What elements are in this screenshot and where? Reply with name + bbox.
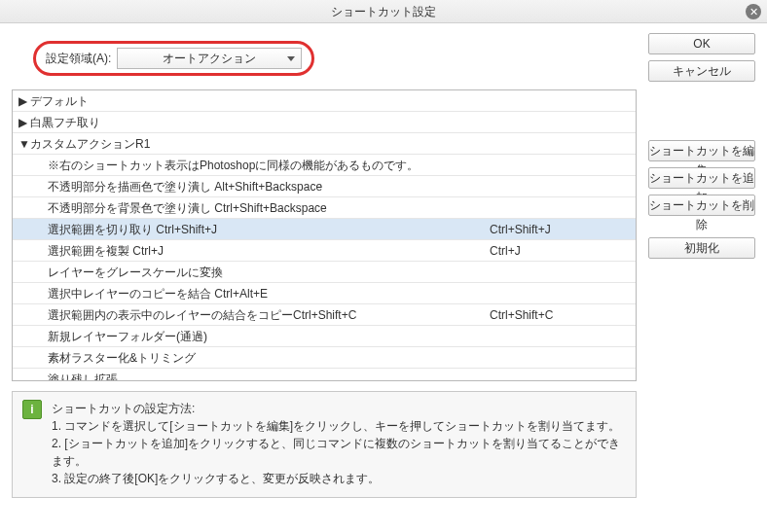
tree-item-label: 選択範囲を複製 Ctrl+J: [48, 240, 490, 261]
shortcut-tree[interactable]: ▶デフォルト▶白黒フチ取り▼カスタムアクションR1※右のショートカット表示はPh…: [12, 89, 637, 381]
tree-item-label: カスタムアクションR1: [30, 133, 490, 154]
info-line: 1. コマンドを選択して[ショートカットを編集]をクリックし、キーを押してショー…: [52, 417, 626, 435]
tree-item[interactable]: 素材ラスター化&トリミング: [13, 347, 636, 369]
spacer: [36, 262, 46, 282]
initialize-button[interactable]: 初期化: [648, 237, 755, 259]
tree-item-shortcut: [490, 90, 636, 111]
tree-item[interactable]: 塗り残し拡張: [13, 369, 636, 381]
close-icon[interactable]: ✕: [746, 4, 761, 19]
tree-item-shortcut: Ctrl+J: [490, 240, 636, 261]
tree-item-shortcut: [490, 155, 636, 175]
tree-item-shortcut: [490, 326, 636, 346]
tree-item-shortcut: Ctrl+Shift+C: [490, 304, 636, 325]
spacer: [36, 219, 46, 239]
tree-item-label: 塗り残し拡張: [48, 369, 490, 381]
info-text: ショートカットの設定方法: 1. コマンドを選択して[ショートカットを編集]をク…: [52, 400, 626, 489]
tree-item[interactable]: ※右のショートカット表示はPhotoshopに同様の機能があるものです。: [13, 155, 636, 176]
triangle-right-icon: ▶: [18, 90, 28, 111]
tree-group[interactable]: ▶デフォルト: [13, 90, 636, 112]
tree-item-label: 不透明部分を描画色で塗り潰し Alt+Shift+Backspace: [48, 176, 490, 196]
add-shortcut-button[interactable]: ショートカットを追加: [648, 167, 755, 189]
info-title: ショートカットの設定方法:: [52, 400, 626, 417]
tree-item-shortcut: [490, 347, 636, 368]
chevron-down-icon: [287, 56, 295, 61]
tree-item-shortcut: [490, 197, 636, 218]
spacer: [36, 155, 46, 175]
tree-item-label: 白黒フチ取り: [30, 112, 490, 132]
titlebar: ショートカット設定 ✕: [0, 0, 767, 23]
tree-item-shortcut: [490, 369, 636, 381]
tree-item-label: 素材ラスター化&トリミング: [48, 347, 490, 368]
tree-item-label: 不透明部分を背景色で塗り潰し Ctrl+Shift+Backspace: [48, 197, 490, 218]
tree-group[interactable]: ▶白黒フチ取り: [13, 112, 636, 133]
tree-item[interactable]: レイヤーをグレースケールに変換: [13, 262, 636, 283]
tree-item-shortcut: [490, 176, 636, 196]
edit-shortcut-button[interactable]: ショートカットを編集: [648, 140, 755, 161]
area-dropdown-value: オートアクション: [163, 51, 256, 67]
cancel-button[interactable]: キャンセル: [648, 60, 755, 82]
info-line: 3. 設定の終了後[OK]をクリックすると、変更が反映されます。: [52, 470, 626, 487]
tree-item-label: レイヤーをグレースケールに変換: [48, 262, 490, 282]
area-dropdown[interactable]: オートアクション: [117, 48, 302, 69]
area-selector-highlight: 設定領域(A): オートアクション: [33, 41, 314, 76]
spacer: [36, 176, 46, 196]
spacer: [36, 283, 46, 303]
triangle-down-icon: ▼: [18, 133, 28, 154]
spacer: [36, 369, 46, 381]
tree-item-label: 新規レイヤーフォルダー(通過): [48, 326, 490, 346]
tree-item[interactable]: 選択範囲を切り取り Ctrl+Shift+JCtrl+Shift+J: [13, 219, 636, 240]
ok-button[interactable]: OK: [648, 33, 755, 54]
tree-item[interactable]: 選択範囲内の表示中のレイヤーの結合をコピーCtrl+Shift+CCtrl+Sh…: [13, 304, 636, 326]
area-label: 設定領域(A):: [46, 51, 111, 67]
tree-item-shortcut: [490, 133, 636, 154]
tree-item-shortcut: [490, 112, 636, 132]
spacer: [36, 197, 46, 218]
delete-shortcut-button[interactable]: ショートカットを削除: [648, 195, 755, 216]
tree-item[interactable]: 不透明部分を背景色で塗り潰し Ctrl+Shift+Backspace: [13, 197, 636, 219]
spacer: [36, 304, 46, 325]
info-icon: i: [22, 400, 42, 419]
tree-item-label: デフォルト: [30, 90, 490, 111]
tree-item[interactable]: 選択中レイヤーのコピーを結合 Ctrl+Alt+E: [13, 283, 636, 304]
tree-item-label: ※右のショートカット表示はPhotoshopに同様の機能があるものです。: [48, 155, 490, 175]
tree-item[interactable]: 不透明部分を描画色で塗り潰し Alt+Shift+Backspace: [13, 176, 636, 197]
tree-item[interactable]: 選択範囲を複製 Ctrl+JCtrl+J: [13, 240, 636, 262]
triangle-right-icon: ▶: [18, 112, 28, 132]
spacer: [36, 240, 46, 261]
tree-item-label: 選択範囲を切り取り Ctrl+Shift+J: [48, 219, 490, 239]
tree-group[interactable]: ▼カスタムアクションR1: [13, 133, 636, 155]
info-panel: i ショートカットの設定方法: 1. コマンドを選択して[ショートカットを編集]…: [12, 391, 637, 498]
tree-item-shortcut: Ctrl+Shift+J: [490, 219, 636, 239]
spacer: [36, 347, 46, 368]
window-title: ショートカット設定: [331, 5, 436, 18]
tree-item-label: 選択範囲内の表示中のレイヤーの結合をコピーCtrl+Shift+C: [48, 304, 490, 325]
tree-item[interactable]: 新規レイヤーフォルダー(通過): [13, 326, 636, 347]
tree-item-shortcut: [490, 283, 636, 303]
tree-item-shortcut: [490, 262, 636, 282]
info-line: 2. [ショートカットを追加]をクリックすると、同じコマンドに複数のショートカッ…: [52, 435, 626, 470]
tree-item-label: 選択中レイヤーのコピーを結合 Ctrl+Alt+E: [48, 283, 490, 303]
spacer: [36, 326, 46, 346]
